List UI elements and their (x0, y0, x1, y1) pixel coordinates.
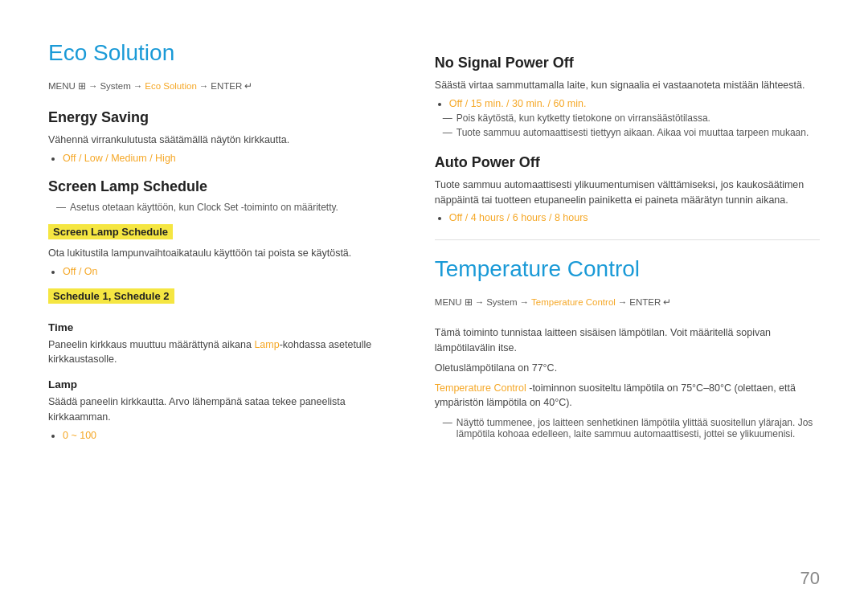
system-link-t: System (486, 297, 517, 307)
screen-lamp-desc: Ota lukitustila lampunvaihtoaikataulu kä… (48, 246, 387, 261)
arrow-t3: → (618, 297, 628, 307)
lamp-label: Lamp (48, 378, 387, 390)
auto-power-off-desc: Tuote sammuu automaattisesti ylikuumentu… (435, 178, 820, 208)
arrow-t1: → (475, 297, 485, 307)
screen-lamp-options: Off / On (63, 266, 98, 277)
auto-power-off-options: Off / 4 hours / 6 hours / 8 hours (449, 212, 588, 223)
temp-desc3: Temperature Control -toiminnon suositelt… (435, 381, 820, 411)
energy-saving-section: Energy Saving Vähennä virrankulutusta sä… (48, 109, 387, 164)
no-signal-section: No Signal Power Off Säästä virtaa sammut… (435, 55, 820, 138)
energy-saving-desc: Vähennä virrankulutusta säätämällä näytö… (48, 133, 387, 148)
menu-path-temp: MENU ⊞ → System → Temperature Control → … (435, 296, 820, 308)
arrow-2: → (133, 81, 143, 91)
auto-power-off-bullets: Off / 4 hours / 6 hours / 8 hours (449, 212, 820, 223)
arrow-3: → (199, 81, 209, 91)
lamp-desc: Säädä paneelin kirkkautta. Arvo lähempän… (48, 394, 387, 425)
energy-saving-options: Off / Low / Medium / High (63, 153, 176, 164)
section-divider (435, 239, 820, 240)
energy-saving-title: Energy Saving (48, 109, 387, 126)
temp-note: Näyttö tummenee, jos laitteen senhetkine… (443, 417, 820, 439)
auto-power-off-section: Auto Power Off Tuote sammuu automaattise… (435, 154, 820, 224)
menu-path-eco: MENU ⊞ → System → Eco Solution → ENTER ↵ (48, 80, 387, 92)
enter-icon-t: ↵ (663, 296, 671, 308)
schedule-highlight: Schedule 1, Schedule 2 (48, 288, 174, 304)
screen-lamp-note: Asetus otetaan käyttöön, kun Clock Set -… (56, 202, 387, 213)
arrow-1: → (88, 81, 98, 91)
temp-control-inline: Temperature Control (435, 382, 526, 394)
arrow-t2: → (520, 297, 530, 307)
system-link: System (100, 81, 130, 91)
lamp-bullet: 0 ~ 100 (63, 430, 387, 441)
no-signal-desc: Säästä virtaa sammuttamalla laite, kun s… (435, 78, 820, 93)
energy-saving-bullets: Off / Low / Medium / High (63, 153, 387, 164)
time-desc: Paneelin kirkkaus muuttuu määrättynä aik… (48, 337, 387, 368)
lamp-inline: Lamp (254, 339, 279, 350)
temperature-section: Temperature Control MENU ⊞ → System → Te… (435, 256, 820, 439)
enter-label: ENTER (211, 81, 242, 91)
screen-lamp-section: Screen Lamp Schedule Asetus otetaan käyt… (48, 178, 387, 441)
no-signal-bullets: Off / 15 min. / 30 min. / 60 min. (449, 98, 820, 109)
screen-lamp-highlight: Screen Lamp Schedule (48, 224, 173, 239)
time-label: Time (48, 321, 387, 333)
menu-icon-t: ⊞ (465, 296, 473, 308)
temp-desc1: Tämä toiminto tunnistaa laitteen sisäise… (435, 325, 820, 356)
menu-label: MENU (48, 81, 76, 91)
menu-label-t: MENU (435, 297, 462, 307)
auto-power-off-title: Auto Power Off (435, 154, 820, 171)
screen-lamp-title: Screen Lamp Schedule (48, 178, 387, 195)
no-signal-options: Off / 15 min. / 30 min. / 60 min. (449, 98, 587, 109)
temp-link: Temperature Control (531, 297, 616, 307)
no-signal-note2: Tuote sammuu automaattisesti tiettyyn ai… (443, 127, 820, 138)
lamp-range: 0 ~ 100 (63, 430, 96, 441)
no-signal-title: No Signal Power Off (435, 55, 820, 72)
temp-desc2: Oletuslämpötilana on 77°C. (435, 361, 820, 376)
eco-solution-title: Eco Solution (48, 40, 387, 66)
page-number: 70 (800, 568, 820, 589)
screen-lamp-bullets: Off / On (63, 266, 387, 277)
enter-label-t: ENTER (629, 297, 661, 307)
menu-icon: ⊞ (78, 80, 86, 92)
enter-icon: ↵ (244, 80, 252, 92)
no-signal-note1: Pois käytöstä, kun kytketty tietokone on… (443, 112, 820, 124)
eco-link: Eco Solution (145, 81, 197, 91)
temperature-title: Temperature Control (435, 256, 820, 282)
